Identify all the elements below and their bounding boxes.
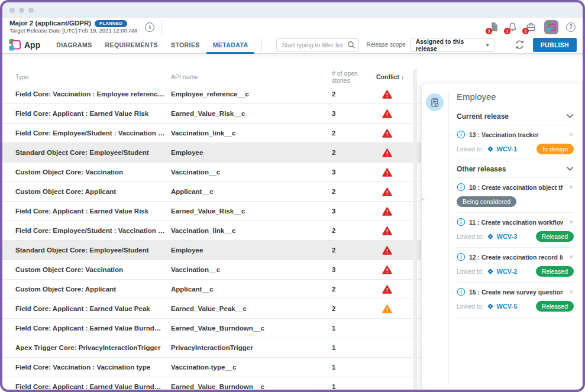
conflict-triangle-icon	[382, 109, 392, 118]
release-scope-dropdown[interactable]: Assigned to this release ▾	[411, 38, 494, 52]
cell-conflict[interactable]	[376, 109, 412, 118]
cell-open-stories: 2	[332, 227, 376, 234]
window-close-button[interactable]	[9, 8, 15, 13]
release-section-header[interactable]: Other releases	[457, 160, 574, 178]
tab-requirements[interactable]: REQUIREMENTS	[99, 36, 164, 54]
sort-descending-icon: ↓	[401, 73, 405, 80]
info-icon[interactable]	[457, 130, 466, 139]
cell-conflict[interactable]	[376, 226, 412, 235]
app-window: Major 2 (applicant/GDPR) PLANNED Target …	[0, 0, 585, 392]
release-target-date: Target Release Date [UTC] Feb 19, 2021 1…	[9, 28, 137, 34]
column-header-api-name[interactable]: API name	[171, 73, 332, 80]
close-icon[interactable]: ✕	[569, 131, 574, 138]
conflict-triangle-icon	[382, 148, 392, 157]
cell-conflict[interactable]	[376, 207, 412, 216]
documents-icon[interactable]: 3	[489, 22, 500, 33]
account-avatar[interactable]	[544, 20, 558, 34]
release-section-header[interactable]: Current release	[457, 108, 574, 125]
cell-open-stories: 3	[332, 110, 376, 117]
work-item-link[interactable]: WCV-3	[497, 233, 518, 240]
conflict-triangle-icon	[382, 168, 392, 177]
publish-button[interactable]: PUBLISH	[533, 38, 577, 52]
cell-conflict[interactable]	[376, 285, 412, 294]
column-header-conflict[interactable]: Conflict ↓	[376, 73, 412, 80]
divider	[261, 38, 262, 52]
close-icon[interactable]: ✕	[569, 219, 574, 225]
documents-count-badge: 3	[486, 28, 492, 34]
cell-conflict[interactable]	[376, 246, 412, 255]
window-titlebar	[2, 2, 583, 18]
toolbox-icon[interactable]: 2	[526, 22, 536, 33]
metadata-object-icon	[426, 93, 444, 111]
info-icon[interactable]	[457, 287, 466, 296]
work-item-diamond-icon	[487, 268, 494, 275]
story-title: 12 : Create vaccination record linked to…	[469, 254, 563, 261]
main-toolbar: App DIAGRAMSREQUIREMENTSSTORIESMETADATA …	[2, 36, 583, 54]
cell-conflict[interactable]	[376, 265, 412, 274]
work-item-link[interactable]: WCV-5	[497, 303, 518, 310]
refresh-icon[interactable]	[515, 40, 525, 50]
cell-api-name: Employee	[171, 149, 332, 156]
status-badge: Released	[536, 266, 574, 277]
cell-conflict[interactable]	[376, 129, 412, 138]
release-header: Major 2 (applicant/GDPR) PLANNED Target …	[2, 18, 583, 36]
work-item-link[interactable]: WCV-1	[497, 145, 518, 153]
app-logo-mini-icon	[547, 22, 556, 32]
app-logo-icon	[8, 38, 21, 51]
work-item-link[interactable]: WCV-2	[497, 268, 518, 275]
info-icon[interactable]	[457, 252, 466, 261]
panel-title: Employee	[457, 92, 574, 102]
release-sections: Current release 13 : Vaccination tracker…	[457, 108, 574, 318]
cell-conflict[interactable]	[376, 168, 412, 177]
close-icon[interactable]: ✕	[569, 289, 574, 295]
panel-collapse-handle[interactable]: ‹	[422, 196, 424, 202]
conflict-triangle-icon	[382, 90, 392, 99]
cell-api-name: Earned_Value_Risk__c	[171, 110, 332, 117]
release-status-badge: PLANNED	[95, 20, 127, 28]
cell-type: Custom Object Core: Vaccination	[15, 266, 171, 273]
story-item: 11 : Create vaccination workflows ✕ Link…	[457, 213, 574, 248]
conflict-triangle-icon	[382, 265, 392, 274]
cell-type: Custom Object Core: Vaccination	[15, 169, 171, 176]
cell-api-name: Vaccination-type__c	[171, 364, 332, 371]
cell-type: Field Core: Vaccination : Vaccination ty…	[15, 364, 171, 371]
cell-type: Field Core: Employee/Student : Vaccinati…	[15, 227, 171, 234]
tab-metadata[interactable]: METADATA	[206, 36, 255, 54]
help-icon[interactable]: ?	[566, 22, 576, 32]
cell-conflict[interactable]	[376, 304, 412, 313]
info-icon[interactable]	[457, 218, 466, 226]
column-header-open-stories[interactable]: # of open stories	[332, 70, 376, 84]
filter-search-input[interactable]	[276, 38, 359, 51]
linked-to-label: Linked to:	[457, 268, 484, 275]
tab-diagrams[interactable]: DIAGRAMS	[50, 36, 98, 54]
tab-stories[interactable]: STORIES	[164, 36, 206, 54]
cell-conflict[interactable]	[376, 148, 412, 157]
info-icon[interactable]	[457, 183, 466, 192]
search-icon	[347, 41, 355, 49]
conflict-triangle-icon	[382, 129, 392, 138]
close-icon[interactable]: ✕	[569, 254, 574, 260]
conflict-triangle-icon	[382, 304, 392, 313]
story-title: 10 : Create vaccination object that trac…	[469, 184, 563, 191]
window-maximize-button[interactable]	[28, 8, 34, 13]
status-badge: Released	[536, 301, 574, 312]
cell-open-stories: 2	[332, 286, 376, 293]
cell-open-stories: 1	[332, 383, 376, 390]
cell-open-stories: 2	[332, 129, 376, 137]
cell-api-name: Earned_Value_Peak__c	[171, 305, 332, 312]
cell-conflict[interactable]	[376, 187, 412, 196]
story-item: 15 : Create new survey questions for vac…	[457, 283, 574, 318]
window-minimize-button[interactable]	[19, 8, 24, 13]
cell-conflict[interactable]	[376, 90, 412, 99]
cell-open-stories: 3	[332, 208, 376, 215]
close-icon[interactable]: ✕	[569, 184, 574, 190]
cell-api-name: Earned_Value_Burndown__c	[171, 383, 332, 390]
column-header-type[interactable]: Type	[15, 73, 171, 80]
app-name: App	[24, 40, 40, 50]
release-info-icon[interactable]: i	[145, 22, 154, 32]
notifications-bell-icon[interactable]: 1	[508, 22, 518, 33]
tab-bar: DIAGRAMSREQUIREMENTSSTORIESMETADATA	[50, 36, 254, 54]
filter-search	[276, 38, 359, 51]
table-scrollbar[interactable]	[413, 69, 417, 390]
story-item: 10 : Create vaccination object that trac…	[457, 178, 574, 213]
